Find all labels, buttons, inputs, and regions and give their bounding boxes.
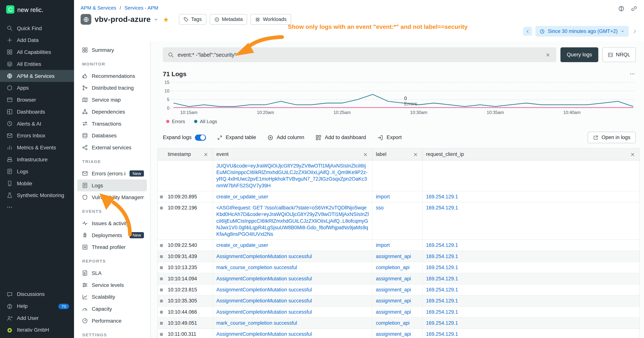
metadata-button[interactable]: Metadata xyxy=(210,14,247,25)
log-event-link[interactable]: AssignmentCompletionMutation successful xyxy=(216,331,312,337)
add-to-dashboard-button[interactable]: Add to dashboard xyxy=(315,134,366,141)
log-event-link[interactable]: AssignmentCompletionMutation successful xyxy=(216,309,312,315)
subnav-item-distributed-tracing[interactable]: Distributed tracing xyxy=(77,82,147,94)
subnav-item-service-map[interactable]: Service map xyxy=(77,94,147,106)
breadcrumb-link-apm-services[interactable]: APM & Services xyxy=(80,5,116,11)
log-label-link[interactable]: import xyxy=(376,194,390,200)
logs-options-menu-button[interactable] xyxy=(629,70,636,77)
log-label-link[interactable]: assignment_api xyxy=(376,298,411,304)
subnav-item-recommendations[interactable]: Recommendations xyxy=(77,70,147,82)
log-ip-link[interactable]: 169.254.129.1 xyxy=(426,242,458,248)
log-row[interactable]: 10:10:44.066AssignmentCompletionMutation… xyxy=(158,306,639,317)
sidebar-item-more[interactable] xyxy=(0,201,74,213)
log-row[interactable]: 10:09:20.895create_or_update_userimport1… xyxy=(158,191,639,202)
log-ip-link[interactable]: 169.254.129.1 xyxy=(426,298,458,304)
subnav-item-errors-errors-inb[interactable]: Errors (errors inb...New xyxy=(77,168,147,179)
log-ip-link[interactable]: 169.254.129.1 xyxy=(426,320,458,326)
subnav-item-service-levels[interactable]: Service levels xyxy=(77,279,147,291)
log-row[interactable]: 10:10:13.235mark_course_completion succe… xyxy=(158,262,639,273)
nrql-button[interactable]: NRQL xyxy=(602,47,636,62)
log-event-link[interactable]: AssignmentCompletionMutation successful xyxy=(216,254,312,259)
log-row[interactable]: 10:10:23.815AssignmentCompletionMutation… xyxy=(158,284,639,295)
subnav-item-logs[interactable]: Logs xyxy=(77,179,147,191)
export-button[interactable]: Export xyxy=(377,134,402,141)
log-row[interactable]: 10:09:31.439AssignmentCompletionMutation… xyxy=(158,251,639,262)
sidebar-item-discussions[interactable]: Discussions xyxy=(0,288,74,300)
log-label-link[interactable]: import xyxy=(376,242,390,248)
log-event-link[interactable]: AssignmentCompletionMutation successful xyxy=(216,276,312,281)
column-header-event[interactable]: event xyxy=(213,149,372,160)
log-row[interactable]: 10:11:00.311AssignmentCompletionMutation… xyxy=(158,329,639,338)
sidebar-item-logs[interactable]: Logs xyxy=(0,165,74,177)
log-ip-link[interactable]: 169.254.129.1 xyxy=(426,309,458,315)
sidebar-item-mobile[interactable]: Mobile xyxy=(0,177,74,189)
remove-column-button[interactable] xyxy=(412,151,419,158)
expand-table-button[interactable]: Expand table xyxy=(217,135,256,140)
log-ip-link[interactable]: 169.254.129.1 xyxy=(426,331,458,337)
log-row[interactable]: JUQVU&code=eyJraWQiOiJjcGltY29yZV8wOTl1M… xyxy=(158,161,639,191)
log-query-bar[interactable]: event:* -"label":"security" xyxy=(163,47,556,62)
log-event-link[interactable]: JUQVU&code=eyJraWQiOiJjcGltY29yZV8wOTl1M… xyxy=(216,163,368,188)
sidebar-item-quick-find[interactable]: Quick Find xyxy=(0,22,74,34)
subnav-item-dependencies[interactable]: Dependencies xyxy=(77,106,147,118)
log-label-link[interactable]: assignment_api xyxy=(376,287,411,293)
sidebar-item-add-user[interactable]: Add User xyxy=(0,312,74,324)
time-back-button[interactable] xyxy=(523,27,532,36)
column-header-label[interactable]: label xyxy=(372,149,422,160)
log-label-link[interactable]: completion_api xyxy=(376,320,410,326)
sidebar-item-browser[interactable]: Browser xyxy=(0,94,74,106)
time-picker-button[interactable]: Since 30 minutes ago (GMT+2) xyxy=(536,26,629,37)
subnav-item-capacity[interactable]: Capacity xyxy=(77,303,147,315)
subnav-item-thread-profiler[interactable]: Thread profiler xyxy=(77,241,147,253)
log-event-link[interactable]: <ASGIRequest: GET '/sso/callback/?state=… xyxy=(216,205,369,237)
log-label-link[interactable]: sso xyxy=(376,205,384,211)
log-row[interactable]: 10:10:49.051mark_course_completion succe… xyxy=(158,318,639,329)
copy-permalink-icon[interactable] xyxy=(631,6,637,12)
help-icon[interactable] xyxy=(618,6,624,12)
new-relic-logo[interactable]: new relic. xyxy=(0,0,74,14)
subnav-item-performance[interactable]: Performance xyxy=(77,315,147,327)
clear-query-button[interactable] xyxy=(544,51,552,58)
log-ip-link[interactable]: 169.254.129.1 xyxy=(426,254,458,259)
sidebar-item-all-entities[interactable]: All Entities xyxy=(0,58,74,70)
log-event-link[interactable]: AssignmentCompletionMutation successful xyxy=(216,298,312,304)
subnav-item-databases[interactable]: Databases xyxy=(77,130,147,142)
logs-timeseries-chart[interactable]: 05101510:15am10:20am10:25am10:30am10:35a… xyxy=(163,81,636,116)
sidebar-item-synthetic-monitoring[interactable]: Synthetic Monitoring xyxy=(0,189,74,201)
log-ip-link[interactable]: 169.254.129.1 xyxy=(426,265,458,270)
legend-all-logs[interactable]: All Logs xyxy=(194,119,217,124)
sidebar-item-all-capabilities[interactable]: All Capabilities xyxy=(0,46,74,58)
log-ip-link[interactable]: 169.254.129.1 xyxy=(426,205,458,211)
log-event-link[interactable]: mark_course_completion successful xyxy=(216,265,297,270)
log-label-link[interactable]: assignment_api xyxy=(376,331,411,337)
log-row[interactable]: 10:10:14.094AssignmentCompletionMutation… xyxy=(158,273,639,284)
log-ip-link[interactable]: 169.254.129.1 xyxy=(426,194,458,200)
subnav-item-external-services[interactable]: External services xyxy=(77,142,147,153)
sidebar-item-apps[interactable]: Apps xyxy=(0,82,74,94)
sidebar-item-iterativ-gmbh[interactable]: Iterativ GmbH xyxy=(0,324,74,336)
sidebar-item-dashboards[interactable]: Dashboards xyxy=(0,106,74,118)
breadcrumb-link-services-apm[interactable]: Services - APM xyxy=(124,5,158,11)
log-row[interactable]: 10:10:35.305AssignmentCompletionMutation… xyxy=(158,295,639,306)
entity-switcher-chevron-icon[interactable] xyxy=(154,17,158,22)
tags-button[interactable]: Tags xyxy=(179,14,206,25)
log-row[interactable]: 10:09:22.540create_or_update_userimport1… xyxy=(158,240,639,251)
log-label-link[interactable]: assignment_api xyxy=(376,309,411,315)
add-column-button[interactable]: Add column xyxy=(267,134,304,141)
column-header-timestamp[interactable]: timestamp xyxy=(164,149,213,160)
log-row[interactable]: 10:09:22.196<ASGIRequest: GET '/sso/call… xyxy=(158,202,639,240)
workloads-button[interactable]: Workloads xyxy=(250,14,291,25)
collapse-panel-button[interactable] xyxy=(632,29,638,34)
log-event-link[interactable]: create_or_update_user xyxy=(216,242,268,248)
subnav-item-scalability[interactable]: Scalability xyxy=(77,291,147,303)
expand-logs-toggle[interactable] xyxy=(195,134,206,141)
query-logs-button[interactable]: Query logs xyxy=(560,47,598,62)
sidebar-item-alerts-ai[interactable]: Alerts & AI xyxy=(0,118,74,130)
subnav-item-sla[interactable]: SLA xyxy=(77,267,147,279)
expand-logs-control[interactable]: Expand logs xyxy=(163,134,206,141)
legend-errors[interactable]: Errors xyxy=(166,119,185,124)
column-header-request-client-ip[interactable]: request_client_ip xyxy=(423,149,640,160)
log-label-link[interactable]: assignment_api xyxy=(376,254,411,259)
subnav-item-transactions[interactable]: Transactions xyxy=(77,118,147,130)
remove-column-button[interactable] xyxy=(629,151,636,158)
